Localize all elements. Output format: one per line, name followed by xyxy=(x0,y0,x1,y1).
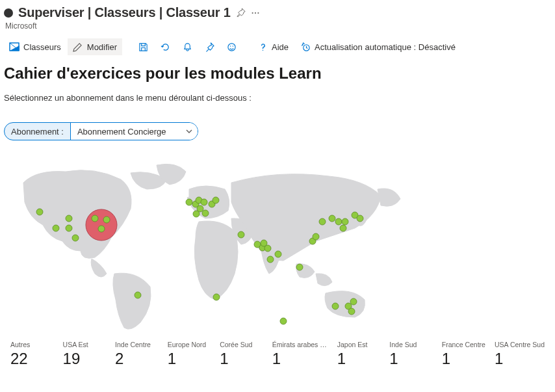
pin-toolbar-button[interactable] xyxy=(199,38,220,55)
stat-card[interactable]: Europe Nord1 xyxy=(168,341,211,368)
save-button[interactable] xyxy=(133,38,153,55)
workbooks-label: Classeurs xyxy=(23,42,61,52)
map-point[interactable] xyxy=(201,199,207,205)
stat-value: 1 xyxy=(495,350,545,368)
map-point[interactable] xyxy=(53,225,59,231)
map-point[interactable] xyxy=(329,215,335,222)
map-point[interactable] xyxy=(98,226,105,232)
refresh-icon xyxy=(160,42,170,52)
svg-point-1 xyxy=(255,12,256,13)
pin-toolbar-icon xyxy=(204,42,214,52)
stat-card[interactable]: USA Est19 xyxy=(63,341,107,368)
map-point[interactable] xyxy=(335,218,342,225)
svg-point-7 xyxy=(229,46,231,47)
smile-icon xyxy=(226,42,237,52)
stat-value: 1 xyxy=(337,350,381,368)
stat-label: USA Est xyxy=(63,341,107,348)
param-label: Abonnement : xyxy=(5,123,70,140)
workbooks-button[interactable]: Classeurs xyxy=(4,38,66,55)
param-select[interactable]: Abonnement Concierge xyxy=(70,123,198,140)
stat-label: France Centre xyxy=(442,341,485,348)
map-cluster-large[interactable] xyxy=(86,209,117,241)
stat-card[interactable]: Inde Centre2 xyxy=(115,341,159,368)
world-map xyxy=(4,153,459,335)
map-point[interactable] xyxy=(313,233,319,240)
stat-label: Corée Sud xyxy=(220,341,263,348)
map-point[interactable] xyxy=(350,298,357,305)
param-selected-value: Abonnement Concierge xyxy=(77,127,166,137)
map-point[interactable] xyxy=(319,218,326,225)
autorefresh-button[interactable]: Actualisation automatique : Désactivé xyxy=(295,38,461,55)
alert-button[interactable] xyxy=(177,38,198,55)
map-point[interactable] xyxy=(238,231,244,238)
edit-label: Modifier xyxy=(87,42,117,52)
header: Superviser | Classeurs | Classeur 1 Micr… xyxy=(0,0,555,33)
stat-card[interactable]: Autres22 xyxy=(10,341,54,368)
map-point[interactable] xyxy=(332,303,339,309)
map-point[interactable] xyxy=(103,216,110,223)
bell-icon xyxy=(182,42,192,52)
stat-value: 1 xyxy=(272,350,328,368)
map-point[interactable] xyxy=(340,225,346,231)
help-icon xyxy=(257,42,268,52)
content: Cahier d'exercices pour les modules Lear… xyxy=(0,62,555,371)
map-point[interactable] xyxy=(348,308,355,315)
stat-value: 19 xyxy=(63,350,107,368)
help-button[interactable]: Aide xyxy=(252,38,294,55)
instruction-text: Sélectionnez un abonnement dans le menu … xyxy=(4,93,551,103)
svg-point-0 xyxy=(252,12,253,13)
map-point[interactable] xyxy=(213,294,220,300)
save-icon xyxy=(138,42,148,52)
stats-row: Autres22USA Est19Inde Centre2Europe Nord… xyxy=(4,341,551,368)
map-point[interactable] xyxy=(193,211,200,217)
map-point[interactable] xyxy=(36,209,43,215)
map-point[interactable] xyxy=(357,215,363,222)
breadcrumb: Superviser | Classeurs | Classeur 1 xyxy=(18,5,231,20)
subscription-param[interactable]: Abonnement : Abonnement Concierge xyxy=(4,122,198,140)
map-point[interactable] xyxy=(202,210,209,216)
workbook-icon xyxy=(9,42,19,52)
stat-label: Europe Nord xyxy=(168,341,211,348)
stat-label: Inde Sud xyxy=(389,341,433,348)
feedback-button[interactable] xyxy=(221,38,242,55)
map-point[interactable] xyxy=(342,218,348,225)
stat-card[interactable]: Corée Sud1 xyxy=(220,341,263,368)
more-icon[interactable] xyxy=(251,8,260,18)
toolbar: Classeurs Modifier Aide xyxy=(0,33,555,62)
refresh-button[interactable] xyxy=(155,38,175,55)
map-point[interactable] xyxy=(72,235,79,241)
pin-icon[interactable] xyxy=(236,8,246,18)
stat-label: Émirats arabes un… xyxy=(272,341,328,348)
clock-icon xyxy=(300,42,311,52)
monitor-icon xyxy=(4,8,13,18)
map-point[interactable] xyxy=(267,256,274,263)
stat-label: Japon Est xyxy=(337,341,381,348)
stat-label: Inde Centre xyxy=(115,341,159,348)
stat-card[interactable]: Japon Est1 xyxy=(337,341,381,368)
page-title: Cahier d'exercices pour les modules Lear… xyxy=(4,64,551,83)
map-point[interactable] xyxy=(66,225,72,231)
map-point[interactable] xyxy=(280,318,287,324)
pencil-icon xyxy=(73,42,83,52)
stat-label: USA Centre Sud xyxy=(495,341,545,348)
stat-value: 2 xyxy=(115,350,159,368)
stat-value: 1 xyxy=(389,350,433,368)
header-subtitle: Microsoft xyxy=(5,21,551,31)
map-point[interactable] xyxy=(296,264,303,270)
edit-button[interactable]: Modifier xyxy=(68,38,122,55)
stat-label: Autres xyxy=(10,341,54,348)
stat-value: 1 xyxy=(220,350,263,368)
map-point[interactable] xyxy=(213,197,219,203)
svg-point-6 xyxy=(227,43,235,50)
stat-card[interactable]: France Centre1 xyxy=(442,341,485,368)
chevron-down-icon xyxy=(186,128,192,135)
stat-card[interactable]: Inde Sud1 xyxy=(389,341,433,368)
map-point[interactable] xyxy=(135,292,141,298)
map-point[interactable] xyxy=(66,215,72,222)
map-point[interactable] xyxy=(265,245,271,252)
map-point[interactable] xyxy=(275,251,281,257)
stat-card[interactable]: USA Centre Sud1 xyxy=(495,341,545,368)
stat-card[interactable]: Émirats arabes un…1 xyxy=(272,341,328,368)
map-point[interactable] xyxy=(92,215,98,222)
map-point[interactable] xyxy=(186,199,192,205)
